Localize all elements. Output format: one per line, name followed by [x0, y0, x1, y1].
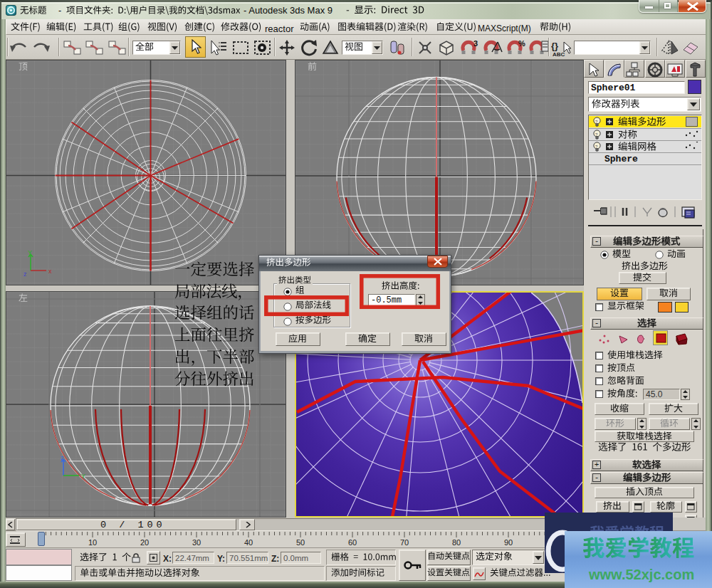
svg-text:{}: {} — [551, 41, 558, 51]
svg-text:3: 3 — [473, 39, 478, 48]
svg-text:50: 50 — [296, 538, 305, 547]
svg-text:z: z — [23, 271, 27, 278]
svg-text:40: 40 — [244, 538, 253, 547]
svg-text:x: x — [48, 268, 52, 275]
svg-text:60: 60 — [348, 538, 357, 547]
svg-text:20: 20 — [140, 538, 149, 547]
svg-text:z: z — [61, 454, 64, 461]
svg-text:80: 80 — [452, 538, 461, 547]
svg-text:ABC: ABC — [553, 51, 565, 58]
svg-text:Y: Y — [81, 473, 85, 480]
svg-text:Y: Y — [28, 249, 32, 256]
svg-text:10: 10 — [88, 538, 97, 547]
svg-text:30: 30 — [192, 538, 201, 547]
svg-text:%: % — [518, 39, 525, 48]
svg-text:90: 90 — [504, 538, 513, 547]
svg-text:70: 70 — [400, 538, 409, 547]
